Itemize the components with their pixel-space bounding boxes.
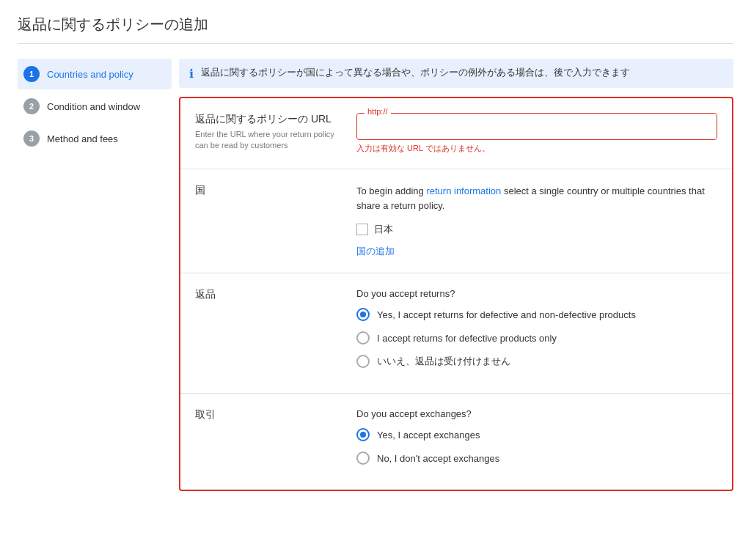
exchanges-option-label-1: No, I don't accept exchanges <box>377 453 499 464</box>
returns-option-label-0: Yes, I accept returns for defective and … <box>377 309 636 320</box>
exchanges-option-0[interactable]: Yes, I accept exchanges <box>356 428 717 441</box>
country-highlight: return information <box>426 185 501 196</box>
exchanges-radio-0[interactable] <box>356 428 370 441</box>
url-section-label: 返品に関するポリシーの URL Enter the URL where your… <box>195 113 342 154</box>
step-3-circle: 3 <box>23 130 40 147</box>
layout: 1 Countries and policy 2 Condition and w… <box>18 59 733 491</box>
add-country-link[interactable]: 国の追加 <box>356 246 395 257</box>
returns-option-0[interactable]: Yes, I accept returns for defective and … <box>356 308 717 321</box>
returns-label-main: 返品 <box>195 288 342 301</box>
country-section: 国 To begin adding return information sel… <box>180 169 732 273</box>
url-section-content: http:// 入力は有効な URL ではありません。 <box>356 113 717 154</box>
form-box: 返品に関するポリシーの URL Enter the URL where your… <box>179 97 733 491</box>
info-banner-text: 返品に関するポリシーが国によって異なる場合や、ポリシーの例外がある場合は、後で入… <box>201 66 630 79</box>
sidebar: 1 Countries and policy 2 Condition and w… <box>18 59 179 491</box>
returns-question: Do you accept returns? <box>356 288 717 299</box>
country-description: To begin adding return information selec… <box>356 184 717 213</box>
returns-radio-2[interactable] <box>356 355 370 368</box>
url-section: 返品に関するポリシーの URL Enter the URL where your… <box>180 98 732 169</box>
sidebar-item-label-3: Method and fees <box>47 133 118 144</box>
sidebar-item-method-fees[interactable]: 3 Method and fees <box>18 123 172 154</box>
sidebar-item-countries-policy[interactable]: 1 Countries and policy <box>18 59 172 89</box>
returns-option-1[interactable]: I accept returns for defective products … <box>356 331 717 345</box>
info-icon: ℹ <box>189 67 194 81</box>
japan-checkbox[interactable] <box>356 224 368 235</box>
step-1-circle: 1 <box>23 66 40 82</box>
exchanges-section: 取引 Do you accept exchanges? Yes, I accep… <box>180 394 732 490</box>
sidebar-item-label-1: Countries and policy <box>47 69 133 80</box>
url-prefix-label: http:// <box>364 107 391 116</box>
country-section-content: To begin adding return information selec… <box>356 184 717 258</box>
japan-checkbox-row: 日本 <box>356 223 717 236</box>
returns-section: 返品 Do you accept returns? Yes, I accept … <box>180 273 732 394</box>
main-content: ℹ 返品に関するポリシーが国によって異なる場合や、ポリシーの例外がある場合は、後… <box>179 59 733 491</box>
exchanges-option-1[interactable]: No, I don't accept exchanges <box>356 452 717 465</box>
returns-section-content: Do you accept returns? Yes, I accept ret… <box>356 288 717 378</box>
exchanges-question: Do you accept exchanges? <box>356 408 717 419</box>
url-label-main: 返品に関するポリシーの URL <box>195 113 342 126</box>
country-label-main: 国 <box>195 184 342 197</box>
country-section-label: 国 <box>195 184 342 258</box>
returns-option-2[interactable]: いいえ、返品は受け付けません <box>356 355 717 368</box>
returns-section-label: 返品 <box>195 288 342 378</box>
url-input-wrapper: http:// <box>356 113 717 140</box>
exchanges-option-label-0: Yes, I accept exchanges <box>377 430 480 441</box>
url-label-sub: Enter the URL where your return policy c… <box>195 129 342 152</box>
page-title: 返品に関するポリシーの追加 <box>18 15 733 44</box>
url-input[interactable] <box>357 114 717 139</box>
page-wrapper: 返品に関するポリシーの追加 1 Countries and policy 2 C… <box>0 0 751 560</box>
returns-option-label-1: I accept returns for defective products … <box>377 333 557 344</box>
exchanges-label-main: 取引 <box>195 408 342 421</box>
returns-option-label-2: いいえ、返品は受け付けません <box>377 355 510 368</box>
url-error-text: 入力は有効な URL ではありません。 <box>356 143 717 154</box>
exchanges-section-label: 取引 <box>195 408 342 475</box>
exchanges-section-content: Do you accept exchanges? Yes, I accept e… <box>356 408 717 475</box>
returns-radio-0[interactable] <box>356 308 370 321</box>
sidebar-item-condition-window[interactable]: 2 Condition and window <box>18 91 172 122</box>
sidebar-item-label-2: Condition and window <box>47 101 140 112</box>
japan-label: 日本 <box>374 223 393 236</box>
info-banner: ℹ 返品に関するポリシーが国によって異なる場合や、ポリシーの例外がある場合は、後… <box>179 59 733 88</box>
exchanges-radio-1[interactable] <box>356 452 370 465</box>
step-2-circle: 2 <box>23 98 40 114</box>
returns-radio-1[interactable] <box>356 331 370 345</box>
